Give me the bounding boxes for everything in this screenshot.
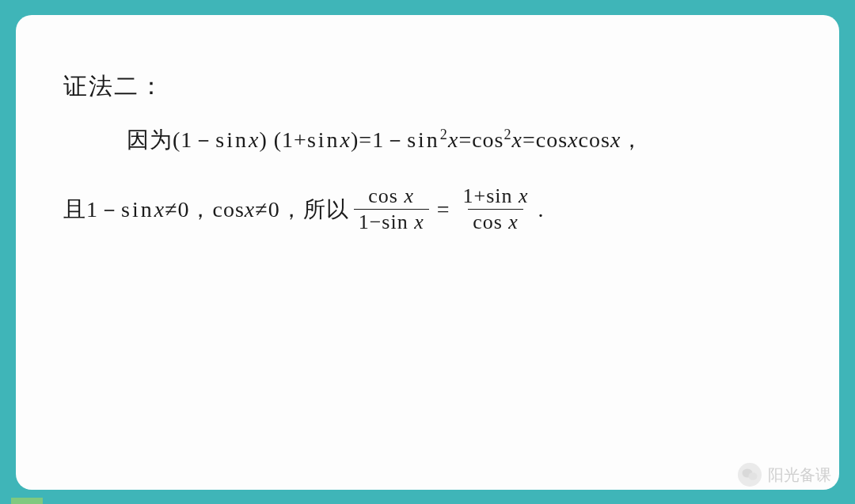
- cos-2: cos: [213, 197, 245, 222]
- and-text: 且1－: [63, 195, 121, 225]
- expr-open: (1－: [173, 127, 215, 152]
- x-1: x: [249, 127, 259, 152]
- x-3: x: [448, 127, 458, 152]
- eq-cos1: =cos: [458, 127, 504, 152]
- frac2-den: cos x: [468, 209, 523, 234]
- sin-4: sin: [121, 197, 154, 222]
- sq-1: 2: [440, 126, 448, 142]
- sq-2: 2: [504, 126, 512, 142]
- proof-line-2: 且1－sinx≠0，cosx≠0，所以 cos x 1−sin x = 1+si…: [63, 185, 800, 234]
- eq-cos2: =cos: [522, 127, 568, 152]
- so-text: 所以: [303, 195, 349, 225]
- frac2-num: 1+sin x: [458, 185, 534, 210]
- proof-heading: 证法二：: [63, 70, 800, 103]
- x-5: x: [568, 127, 578, 152]
- sin-2: sin: [307, 127, 340, 152]
- because-text: 因为: [127, 127, 173, 152]
- wechat-icon: [738, 463, 762, 487]
- bottom-accent: [11, 498, 43, 504]
- sin-1: sin: [215, 127, 249, 152]
- fraction-2: 1+sin x cos x: [458, 185, 534, 234]
- svg-point-1: [749, 472, 758, 480]
- neq-1: ≠0，: [165, 195, 212, 225]
- x-6: x: [610, 127, 621, 152]
- comma-1: ，: [621, 127, 644, 152]
- slide-card: 证法二： 因为(1－sinx) (1+sinx)=1－sin2x=cos2x=c…: [16, 15, 839, 490]
- cos-last: cos: [579, 127, 610, 152]
- wechat-svg: [742, 468, 758, 482]
- neq-2: ≠0，: [255, 195, 302, 225]
- watermark-text: 阳光备课: [768, 464, 831, 486]
- sin-3: sin: [407, 127, 440, 152]
- watermark: 阳光备课: [738, 463, 831, 487]
- x-8: x: [245, 197, 255, 222]
- period: .: [538, 197, 545, 222]
- frac1-den: 1−sin x: [354, 209, 429, 234]
- x-4: x: [512, 127, 522, 152]
- expr-mid2: )=1－: [351, 127, 407, 152]
- x-2: x: [340, 127, 351, 152]
- expr-mid1: ) (1+: [259, 127, 306, 152]
- x-7: x: [154, 197, 165, 222]
- proof-line-1: 因为(1－sinx) (1+sinx)=1－sin2x=cos2x=cosxco…: [127, 125, 800, 155]
- fraction-1: cos x 1−sin x: [354, 185, 429, 234]
- frac1-num: cos x: [363, 185, 419, 210]
- equals-sign: =: [437, 197, 450, 222]
